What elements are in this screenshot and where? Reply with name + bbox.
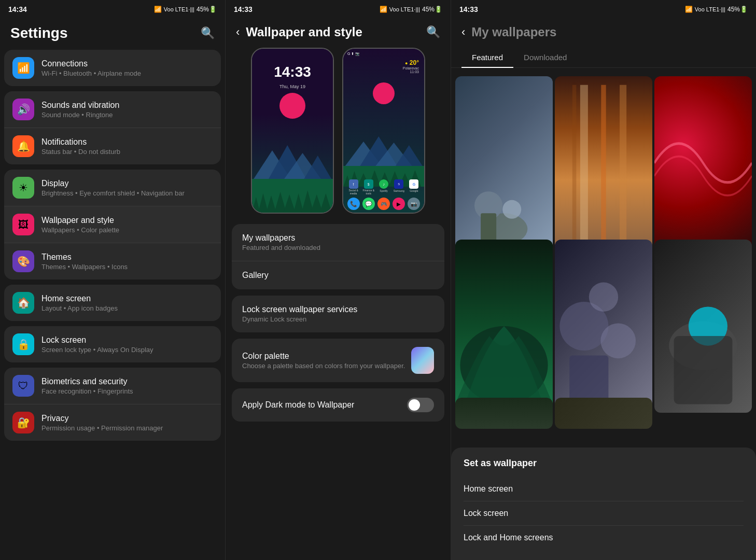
wallpaper-header: ‹ Wallpaper and style 🔍 xyxy=(226,19,451,48)
lock-screen-trees xyxy=(252,179,333,213)
dock-camera: 📷 xyxy=(408,198,420,210)
connections-text: Connections Wi-Fi • Bluetooth • Airplane… xyxy=(41,59,213,77)
set-home-screen-option[interactable]: Home screen xyxy=(464,477,744,501)
settings-item-wallpaper[interactable]: 🖼 Wallpaper and style Wallpapers • Color… xyxy=(4,206,221,243)
wallpaper-thumb-2[interactable] xyxy=(555,76,652,249)
color-palette-item[interactable]: Color palette Choose a palette based on … xyxy=(232,339,444,382)
svg-rect-42 xyxy=(674,336,733,404)
themes-text: Themes Themes • Wallpapers • Icons xyxy=(41,253,213,271)
settings-group-display: ☀ Display Brightness • Eye comfort shiel… xyxy=(4,170,221,279)
lock-screen-services-title: Lock screen wallpaper services xyxy=(242,305,434,314)
set-lock-and-home-option[interactable]: Lock and Home screens xyxy=(464,526,744,550)
mywallpapers-header: ‹ My wallpapers xyxy=(451,19,756,48)
mywallpapers-back-button[interactable]: ‹ xyxy=(461,25,465,39)
dock-messages: 💬 xyxy=(362,198,375,210)
wifi-icon-2: 📶 xyxy=(380,6,387,13)
home-location: Polarevac11:03 xyxy=(403,66,419,74)
wallpaper-thumb-6[interactable] xyxy=(654,240,752,413)
dark-mode-toggle[interactable] xyxy=(407,398,434,412)
biometrics-subtitle: Face recognition • Fingerprints xyxy=(41,387,213,395)
settings-item-homescreen[interactable]: 🏠 Home screen Layout • App icon badges xyxy=(4,285,221,321)
display-subtitle: Brightness • Eye comfort shield • Naviga… xyxy=(41,189,213,197)
lock-screen-time: 14:33 xyxy=(274,64,311,80)
wallpaper-tabs: Featured Downloaded xyxy=(451,48,756,68)
wallpaper-thumb-5[interactable] xyxy=(555,240,652,413)
set-as-wallpaper-popup: Set as wallpaper Home screen Lock screen… xyxy=(451,447,756,560)
svg-point-29 xyxy=(502,200,521,218)
sounds-icon: 🔊 xyxy=(12,99,34,120)
lock-screen-mockup[interactable]: 14:33 Thu, May 19 xyxy=(251,48,334,214)
wifi-icon-3: 📶 xyxy=(685,6,693,13)
settings-item-display[interactable]: ☀ Display Brightness • Eye comfort shiel… xyxy=(4,170,221,206)
signal-icon-2: Voo LTE1·||| xyxy=(389,6,420,12)
svg-point-37 xyxy=(600,323,636,358)
homescreen-subtitle: Layout • App icon badges xyxy=(41,304,213,312)
set-lock-screen-option[interactable]: Lock screen xyxy=(464,501,744,526)
battery-icon: 45%🔋 xyxy=(197,6,217,13)
mywallpapers-panel: 14:33 📶 Voo LTE1·||| 45%🔋 ‹ My wallpaper… xyxy=(451,0,756,560)
connections-subtitle: Wi-Fi • Bluetooth • Airplane mode xyxy=(41,69,213,77)
settings-item-connections[interactable]: 📶 Connections Wi-Fi • Bluetooth • Airpla… xyxy=(4,50,221,86)
home-screen-mockup[interactable]: G ⬆ 📷 ● 20° Polarevac11:03 xyxy=(342,48,425,214)
tab-featured[interactable]: Featured xyxy=(461,48,513,68)
home-sun xyxy=(373,82,395,104)
wallpaper-menu: My wallpapers Featured and downloaded Ga… xyxy=(226,224,451,560)
home-app-labels: f Social &media $ Finance &tools ♪ Spoti… xyxy=(346,179,421,195)
signal-icon-3: Voo LTE1·||| xyxy=(695,6,725,12)
app-label-spotify: ♪ Spotify xyxy=(376,179,390,195)
lock-screen-services-subtitle: Dynamic Lock screen xyxy=(242,315,434,323)
settings-item-privacy[interactable]: 🔐 Privacy Permission usage • Permission … xyxy=(4,404,221,441)
settings-item-lockscreen[interactable]: 🔒 Lock screen Screen lock type • Always … xyxy=(4,326,221,362)
lock-screen-bg: 14:33 Thu, May 19 xyxy=(252,49,333,213)
battery-icon-2: 45%🔋 xyxy=(422,6,442,13)
status-bar-1: 14:34 📶 Voo LTE1·||| 45%🔋 xyxy=(0,0,225,19)
status-icons-2: 📶 Voo LTE1·||| 45%🔋 xyxy=(380,6,442,13)
settings-item-notifications[interactable]: 🔔 Notifications Status bar • Do not dist… xyxy=(4,128,221,164)
settings-group-sounds: 🔊 Sounds and vibration Sound mode • Ring… xyxy=(4,91,221,164)
home-weather: ● 20° Polarevac11:03 xyxy=(403,59,419,74)
signal-icon: Voo LTE1·||| xyxy=(164,6,194,12)
color-palette-title: Color palette xyxy=(242,352,411,361)
lockscreen-icon: 🔒 xyxy=(12,333,34,355)
wallpaper-thumb-3[interactable] xyxy=(654,76,752,249)
settings-item-sounds[interactable]: 🔊 Sounds and vibration Sound mode • Ring… xyxy=(4,91,221,128)
sounds-text: Sounds and vibration Sound mode • Ringto… xyxy=(41,101,213,119)
wallpaper-page-title: Wallpaper and style xyxy=(246,25,420,39)
lock-screen-sun xyxy=(279,93,305,119)
wallpaper-title: Wallpaper and style xyxy=(41,216,213,225)
wallpaper-thumb-1[interactable] xyxy=(455,76,553,249)
status-time-2: 14:33 xyxy=(234,5,253,13)
status-bar-3: 14:33 📶 Voo LTE1·||| 45%🔋 xyxy=(451,0,756,19)
home-status-icons-left: G ⬆ 📷 xyxy=(347,52,360,56)
settings-item-themes[interactable]: 🎨 Themes Themes • Wallpapers • Icons xyxy=(4,243,221,279)
wallpaper-search-icon[interactable]: 🔍 xyxy=(426,25,440,39)
app-label-social: f Social &media xyxy=(346,179,360,195)
my-wallpapers-menu-item[interactable]: My wallpapers Featured and downloaded xyxy=(232,224,444,261)
wifi-icon: 📶 xyxy=(154,6,162,13)
wallpaper-thumb-7[interactable] xyxy=(455,398,553,429)
display-title: Display xyxy=(41,179,213,188)
toggle-knob xyxy=(409,399,420,411)
wallpaper-thumb-4[interactable] xyxy=(455,240,553,413)
home-status-bar: G ⬆ 📷 xyxy=(347,52,420,56)
my-wallpapers-title: My wallpapers xyxy=(242,233,434,243)
notifications-subtitle: Status bar • Do not disturb xyxy=(41,148,213,156)
status-icons-1: 📶 Voo LTE1·||| 45%🔋 xyxy=(154,6,217,13)
color-palette-swatch xyxy=(411,347,434,374)
tab-downloaded[interactable]: Downloaded xyxy=(513,48,577,68)
svg-point-39 xyxy=(589,283,618,312)
wallpaper-thumb-8[interactable] xyxy=(555,398,652,429)
lock-screen-services-item[interactable]: Lock screen wallpaper services Dynamic L… xyxy=(232,296,444,332)
privacy-subtitle: Permission usage • Permission manager xyxy=(41,424,213,432)
wallpaper-back-button[interactable]: ‹ xyxy=(236,25,240,39)
biometrics-icon: 🛡 xyxy=(12,375,34,397)
settings-panel: 14:34 📶 Voo LTE1·||| 45%🔋 Settings 🔍 📶 C… xyxy=(0,0,226,560)
settings-search-icon[interactable]: 🔍 xyxy=(201,26,215,40)
gallery-menu-item[interactable]: Gallery xyxy=(232,261,444,289)
gallery-title: Gallery xyxy=(242,271,434,280)
status-bar-2: 14:33 📶 Voo LTE1·||| 45%🔋 xyxy=(226,0,451,19)
status-icons-3: 📶 Voo LTE1·||| 45%🔋 xyxy=(685,6,748,13)
color-palette-subtitle: Choose a palette based on colors from yo… xyxy=(242,362,411,370)
settings-item-biometrics[interactable]: 🛡 Biometrics and security Face recogniti… xyxy=(4,368,221,404)
display-text: Display Brightness • Eye comfort shield … xyxy=(41,179,213,197)
